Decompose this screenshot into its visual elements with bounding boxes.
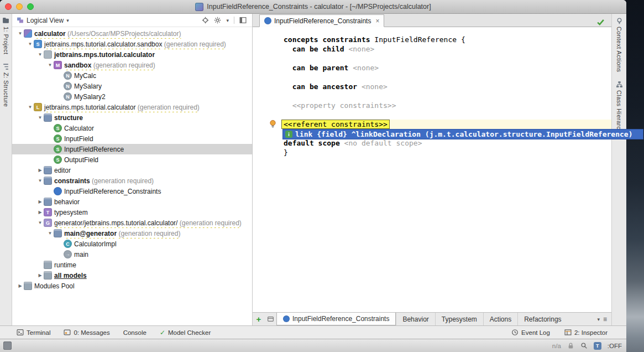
chevron-down-icon[interactable]: ▾ [66, 18, 69, 23]
tree-collapse-icon[interactable]: ▼ [27, 105, 34, 110]
aspect-tab-label: Behavior [402, 315, 428, 323]
tree-item-label: main@generator [64, 230, 117, 237]
toolwindow-button-terminal[interactable]: Terminal [17, 329, 50, 336]
code-area[interactable]: concepts constraints InputFieldReference… [253, 27, 611, 312]
magnifier-icon[interactable] [580, 342, 588, 349]
tree-item-inputfieldreference-constraints[interactable]: InputFieldReference_Constraints [12, 186, 252, 196]
tree-expand-icon[interactable]: ▶ [36, 199, 44, 204]
tree-item-editor[interactable]: ▶editor [12, 165, 252, 175]
tree-item-text: constraints (generation required) [54, 177, 154, 185]
minimize-window-button[interactable] [16, 3, 23, 10]
tree-item-inputfield[interactable]: SInputField [12, 133, 252, 144]
tree-item-text: main [74, 251, 88, 258]
tree-collapse-icon[interactable]: ▼ [36, 115, 44, 120]
aspect-tab-typesystem[interactable]: Typesystem [435, 313, 483, 325]
add-aspect-button[interactable]: + [253, 313, 265, 325]
toolwindow-button-messages[interactable]: 0: Messages [64, 329, 109, 336]
toolwindow-button-structure[interactable]: Z: Structure [2, 63, 9, 107]
zoom-window-button[interactable] [27, 3, 34, 10]
toolwindow-button-project[interactable]: 1: Project [2, 17, 9, 54]
tree-collapse-icon[interactable]: ▼ [36, 178, 44, 183]
tree-item-runtime[interactable]: runtime [12, 260, 252, 270]
tree-expand-icon[interactable]: ▶ [36, 273, 44, 278]
tree-item-suffix: (generation required) [91, 61, 155, 69]
tree-item-jetbrains-mps-tutorial-calculator[interactable]: ▼jetbrains.mps.tutorial.calculator [12, 49, 252, 60]
tree-item-outputfield[interactable]: SOutputField [12, 154, 252, 165]
chevron-down-icon[interactable]: ▾ [597, 317, 600, 322]
classC-icon: C [64, 240, 72, 248]
tree-item-mysalary2[interactable]: NMySalary2 [12, 91, 252, 102]
hide-panel-icon[interactable] [239, 17, 247, 24]
aspect-tab-actions[interactable]: Actions [483, 313, 517, 325]
aspect-tab-behavior[interactable]: Behavior [396, 313, 434, 325]
tree-item-text: main@generator (generation required) [64, 230, 180, 237]
aspect-tab-constraints[interactable]: InputFieldReference_Constraints [276, 313, 396, 325]
toolwindow-button-class-hierarchy[interactable]: Class Hierarchy [616, 81, 623, 137]
code-text: default scope [284, 139, 340, 147]
model-icon [44, 177, 52, 185]
tree-item-label: Calculator [64, 125, 94, 132]
toolwindow-button-context-actions[interactable]: Context Actions [616, 17, 623, 72]
tree-item-calculatorimpl[interactable]: CCalculatorImpl [12, 239, 252, 249]
tree-collapse-icon[interactable]: ▼ [36, 220, 44, 225]
tree-collapse-icon[interactable]: ▼ [27, 42, 34, 46]
tree-item-all-models[interactable]: ▶all models [12, 270, 252, 281]
tree-item-modules-pool[interactable]: ▶Modules Pool [12, 281, 252, 291]
tree-item-sandbox[interactable]: ▼Msandbox (generation required) [12, 60, 252, 70]
code-line [284, 73, 611, 82]
completion-popup[interactable]: i link {field} ^linkDeclaration (j.m.t.c… [282, 129, 643, 139]
tree-item-generator-jetbrains-mps-tutorial-calculator[interactable]: ▼Ggenerator/jetbrains.mps.tutorial.calcu… [12, 218, 252, 228]
tree-item-calculator[interactable]: SCalculator [12, 123, 252, 133]
tree-item-suffix: (generation required) [135, 103, 199, 111]
toolwindow-button-inspector[interactable]: 2: Inspector [564, 329, 608, 336]
tree-expand-icon[interactable]: ▶ [17, 283, 24, 288]
tree-item-text: CalculatorImpl [74, 240, 117, 248]
editor-tab-inputfieldreference-constraints[interactable]: InputFieldReference_Constraints × [259, 14, 384, 27]
transient-models-icon[interactable]: T [594, 342, 601, 350]
tree-item-mycalc[interactable]: NMyCalc [12, 70, 252, 81]
tree-item-inputfieldreference[interactable]: SInputFieldReference [12, 144, 252, 154]
lock-icon[interactable] [567, 342, 574, 349]
tree-item-label: jetbrains.mps.tutorial.calculator [54, 51, 155, 59]
tab-options-icon[interactable]: ≡ [603, 315, 607, 323]
tree-item-jetbrains-mps-tutorial-calculator[interactable]: ▼Ljetbrains.mps.tutorial.calculator (gen… [12, 102, 252, 112]
tree-item-label: OutputField [64, 156, 98, 164]
toolwindow-button-model-checker[interactable]: ✓ Model Checker [160, 329, 211, 337]
tree-item-mysalary[interactable]: NMySalary [12, 81, 252, 91]
model-icon [54, 229, 62, 237]
toolwindow-button-event-log[interactable]: Event Log [511, 329, 550, 336]
tree-item-behavior[interactable]: ▶behavior [12, 196, 252, 207]
toolwindow-bar: Terminal 0: Messages Console ✓ Model Che… [0, 325, 626, 339]
tree-item-main[interactable]: →main [12, 249, 252, 260]
locate-icon[interactable] [202, 17, 209, 24]
tree-expand-icon[interactable]: ▶ [36, 210, 44, 215]
close-window-button[interactable] [5, 3, 12, 10]
tree-item-jetbrains-mps-tutorial-calculator-sandbox[interactable]: ▼Sjetbrains.mps.tutorial.calculator.sand… [12, 39, 252, 49]
tree-item-typesystem[interactable]: ▶Ttypesystem [12, 207, 252, 218]
close-tab-icon[interactable]: × [375, 17, 379, 25]
toolwindow-button-console[interactable]: Console [123, 329, 146, 336]
tree-item-structure[interactable]: ▼structure [12, 112, 252, 123]
conceptS-icon: S [54, 145, 62, 153]
tree-collapse-icon[interactable]: ▼ [46, 63, 54, 68]
gear-icon[interactable] [214, 17, 221, 24]
intention-bulb-icon[interactable] [269, 120, 277, 129]
tree-item-constraints[interactable]: ▼constraints (generation required) [12, 175, 252, 186]
aspect-tab-refactorings[interactable]: Refactorings [517, 313, 567, 325]
model-icon [44, 166, 52, 174]
tree-collapse-icon[interactable]: ▼ [17, 31, 24, 36]
right-tool-strip: Context Actions Class Hierarchy [611, 14, 626, 325]
project-icon [24, 29, 32, 38]
chevron-down-icon[interactable]: ▾ [226, 18, 229, 23]
view-selector[interactable]: Logical View [27, 17, 64, 24]
tree-collapse-icon[interactable]: ▼ [46, 231, 54, 236]
tree-expand-icon[interactable]: ▶ [36, 168, 44, 173]
tab-list-icon[interactable] [265, 313, 276, 325]
tree-item-main-generator[interactable]: ▼main@generator (generation required) [12, 228, 252, 239]
code-line [284, 91, 611, 101]
tree-item-calculator[interactable]: ▼calculator (/Users/Oscar/MPSProjects/ca… [12, 28, 252, 39]
selected-cell[interactable]: <<referent constraints>> [281, 120, 390, 129]
tree-collapse-icon[interactable]: ▼ [36, 52, 44, 57]
titlebar: InputFieldReference_Constraints - calcul… [0, 0, 626, 14]
toggle-toolwindows-button[interactable] [3, 341, 12, 350]
